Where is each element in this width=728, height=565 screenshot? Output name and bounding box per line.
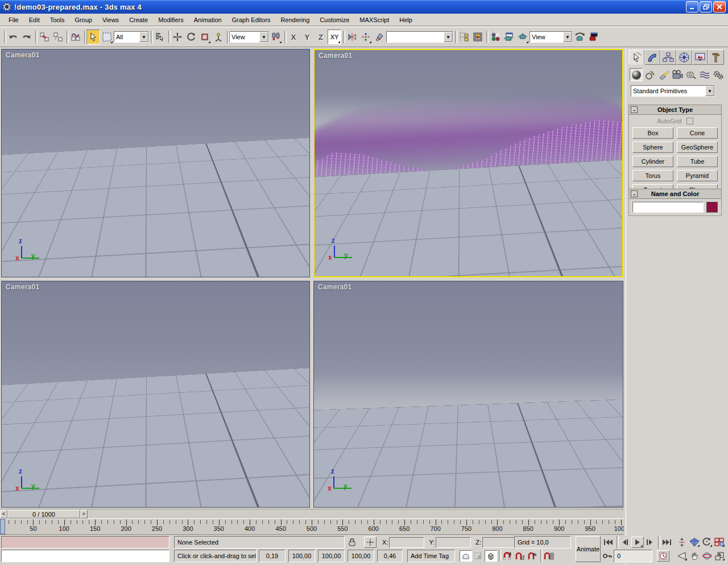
tab-utilities[interactable] — [708, 49, 724, 65]
align-button[interactable] — [373, 30, 386, 44]
next-frame-arrow-button[interactable]: > — [80, 510, 88, 518]
activeshade-button[interactable] — [586, 30, 600, 44]
collapse-icon[interactable]: - — [631, 106, 638, 113]
zoom-extents-button[interactable] — [688, 537, 701, 548]
object-color-swatch[interactable] — [706, 202, 718, 213]
percent-snap-toggle-button[interactable]: % — [526, 550, 539, 562]
viewport-top-left[interactable]: Camera01 z x y — [1, 49, 310, 277]
play-animation-button[interactable] — [631, 537, 644, 548]
app-logo-icon[interactable] — [2, 2, 11, 11]
maxscript-mini-listener-output[interactable] — [1, 536, 169, 549]
open-schematic-view-button[interactable] — [471, 30, 485, 44]
cylinder-button[interactable]: Cylinder — [632, 156, 673, 167]
tab-hierarchy[interactable] — [660, 49, 676, 65]
box-button[interactable]: Box — [632, 127, 673, 139]
cone-button[interactable]: Cone — [677, 127, 718, 139]
go-to-end-button[interactable] — [660, 537, 673, 548]
quick-render-button[interactable] — [516, 30, 530, 44]
angle-snap-toggle-button[interactable] — [514, 550, 526, 562]
go-to-start-button[interactable] — [602, 537, 615, 548]
track-ruler[interactable]: 5010015020025030035040045050055060065070… — [0, 518, 624, 535]
category-systems-button[interactable] — [712, 68, 725, 81]
menu-edit[interactable]: Edit — [24, 15, 45, 25]
track-bar-frame-indicator[interactable] — [0, 519, 5, 534]
next-frame-button[interactable] — [644, 537, 656, 548]
restore-button[interactable] — [700, 1, 712, 13]
menu-rendering[interactable]: Rendering — [276, 15, 315, 25]
selection-lock-toggle-button[interactable] — [472, 550, 485, 562]
category-lights-button[interactable] — [657, 68, 670, 81]
degradation-override-button[interactable] — [460, 550, 472, 562]
menu-help[interactable]: Help — [394, 15, 417, 25]
geosphere-button[interactable]: GeoSphere — [677, 142, 718, 153]
menu-views[interactable]: Views — [97, 15, 124, 25]
render-scene-button[interactable] — [502, 30, 516, 44]
dropdown-arrow-icon[interactable]: ▼ — [705, 86, 714, 96]
restrict-z-button[interactable]: Z — [314, 30, 328, 44]
category-cameras-button[interactable] — [671, 68, 684, 81]
menu-maxscript[interactable]: MAXScript — [354, 15, 394, 25]
restrict-y-button[interactable]: Y — [300, 30, 314, 44]
dropdown-arrow-icon[interactable]: ▼ — [444, 32, 453, 42]
selection-region-button[interactable] — [100, 30, 114, 44]
spinner-snap-toggle-button[interactable] — [543, 550, 555, 562]
object-type-header[interactable]: - Object Type — [628, 105, 722, 115]
dropdown-arrow-icon[interactable]: ▼ — [259, 32, 268, 42]
category-shapes-button[interactable] — [643, 68, 656, 81]
use-pivot-point-button[interactable] — [269, 30, 283, 44]
maxscript-mini-listener-input[interactable] — [1, 550, 169, 562]
reference-coordinate-system-select[interactable]: View ▼ — [229, 31, 269, 43]
current-frame-field[interactable]: 0 — [614, 550, 652, 562]
category-helpers-button[interactable] — [684, 68, 697, 81]
select-by-name-button[interactable] — [153, 30, 167, 44]
arc-rotate-button[interactable] — [701, 550, 713, 562]
mirror-button[interactable] — [345, 30, 359, 44]
dropdown-arrow-icon[interactable]: ▼ — [139, 32, 148, 42]
torus-button[interactable]: Torus — [632, 170, 673, 181]
tab-create[interactable] — [628, 49, 644, 65]
viewport-label[interactable]: Camera01 — [318, 283, 352, 291]
previous-frame-button[interactable] — [619, 537, 631, 548]
select-and-rotate-button[interactable] — [184, 30, 198, 44]
viewport-label[interactable]: Camera01 — [6, 283, 40, 291]
min-max-toggle-button[interactable] — [713, 550, 726, 562]
collapse-icon[interactable]: - — [631, 190, 638, 197]
pyramid-button[interactable]: Pyramid — [677, 170, 718, 181]
y-coord-input[interactable] — [436, 537, 471, 548]
restrict-x-button[interactable]: X — [287, 30, 300, 44]
array-button[interactable] — [359, 30, 373, 44]
close-button[interactable] — [713, 1, 726, 13]
viewport-label[interactable]: Camera01 — [318, 52, 353, 60]
tab-modify[interactable] — [644, 49, 660, 65]
selection-lock-button[interactable] — [346, 537, 358, 548]
menu-animation[interactable]: Animation — [189, 15, 227, 25]
snap-toggle-3d-button[interactable]: 3 — [501, 550, 514, 562]
menu-create[interactable]: Create — [124, 15, 153, 25]
tab-display[interactable] — [692, 49, 708, 65]
crossing-selection-button[interactable] — [485, 550, 497, 562]
undo-button[interactable] — [6, 30, 20, 44]
category-geometry-button[interactable] — [630, 68, 643, 81]
zoom-button[interactable] — [676, 537, 688, 548]
menu-group[interactable]: Group — [69, 15, 97, 25]
menu-customize[interactable]: Customize — [315, 15, 354, 25]
menu-modifiers[interactable]: Modifiers — [153, 15, 189, 25]
category-space-warps-button[interactable] — [698, 68, 711, 81]
previous-frame-arrow-button[interactable]: < — [0, 510, 7, 518]
bind-to-space-warp-button[interactable] — [69, 30, 82, 44]
viewport-top-right-active[interactable]: Camera01 z x y — [313, 49, 623, 277]
select-and-move-button[interactable] — [171, 30, 184, 44]
render-type-select[interactable]: View ▼ — [530, 31, 573, 43]
select-object-button[interactable] — [86, 30, 100, 44]
viewport-bottom-right[interactable]: Camera01 z x y — [313, 281, 623, 508]
tab-motion[interactable] — [676, 49, 692, 65]
add-time-tag[interactable]: Add Time Tag — [407, 550, 455, 562]
select-and-manipulate-button[interactable] — [212, 30, 225, 44]
menu-graph-editors[interactable]: Graph Editors — [227, 15, 276, 25]
material-editor-button[interactable] — [489, 30, 502, 44]
key-mode-toggle-button[interactable] — [601, 550, 614, 562]
z-coord-input[interactable] — [482, 537, 518, 548]
selection-filter-select[interactable]: All ▼ — [114, 31, 149, 43]
viewport-bottom-left[interactable]: Camera01 z x y — [1, 281, 310, 508]
viewport-label[interactable]: Camera01 — [6, 51, 40, 59]
